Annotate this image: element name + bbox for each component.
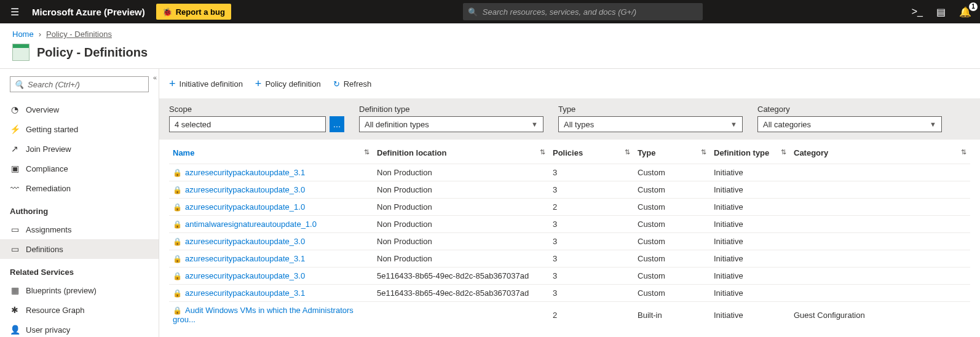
scope-select[interactable]: 4 selected bbox=[169, 116, 326, 132]
col-policies[interactable]: Policies⇅ bbox=[549, 140, 634, 164]
sort-icon: ⇅ bbox=[781, 148, 786, 156]
sidebar-heading-authoring: Authoring bbox=[0, 198, 159, 220]
sort-icon: ⇅ bbox=[364, 148, 369, 156]
breadcrumb-home[interactable]: Home bbox=[12, 30, 34, 39]
cell-category bbox=[790, 216, 970, 233]
related-icon: 👤 bbox=[10, 325, 20, 335]
top-bar: ☰ Microsoft Azure (Preview) 🐞 Report a b… bbox=[0, 0, 980, 23]
breadcrumb-sep: › bbox=[39, 30, 41, 39]
hamburger-icon[interactable]: ☰ bbox=[2, 6, 27, 18]
cell-type: Custom bbox=[634, 250, 710, 268]
sidebar-heading-related: Related Services bbox=[0, 259, 159, 280]
table-row[interactable]: 🔒Audit Windows VMs in which the Administ… bbox=[169, 302, 970, 328]
type-value: All types bbox=[564, 120, 594, 129]
cell-category bbox=[790, 233, 970, 250]
breadcrumb: Home › Policy - Definitions bbox=[0, 23, 980, 44]
sidebar-search-input[interactable]: 🔍 Search (Ctrl+/) bbox=[10, 76, 149, 92]
page-header: Policy - Definitions bbox=[0, 44, 980, 68]
table-row[interactable]: 🔒azuresecuritypackautoupdate_3.15e116433… bbox=[169, 285, 970, 302]
cell-deftype: Initiative bbox=[710, 268, 790, 285]
add-initiative-button[interactable]: + Initiative definition bbox=[169, 77, 243, 90]
cell-type: Custom bbox=[634, 199, 710, 216]
definition-link[interactable]: azuresecuritypackautoupdate_3.1 bbox=[185, 168, 305, 177]
sidebar-item-join-preview[interactable]: ↗Join Preview bbox=[0, 139, 159, 159]
type-select[interactable]: All types ▼ bbox=[558, 116, 743, 132]
refresh-icon: ↻ bbox=[333, 79, 340, 89]
nav-icon: ⚡ bbox=[10, 124, 20, 134]
chevron-down-icon: ▼ bbox=[531, 121, 538, 128]
initiative-icon: 🔒 bbox=[173, 203, 181, 212]
filter-icon[interactable]: ▤ bbox=[936, 6, 946, 18]
cell-policies: 3 bbox=[549, 181, 634, 199]
cell-type: Custom bbox=[634, 216, 710, 233]
definition-link[interactable]: Audit Windows VMs in which the Administr… bbox=[173, 306, 354, 324]
sidebar-item-label: Resource Graph bbox=[26, 306, 84, 315]
collapse-sidebar-icon[interactable]: « bbox=[151, 74, 159, 81]
sidebar-item-label: Assignments bbox=[26, 225, 71, 234]
related-icon: ✱ bbox=[10, 305, 20, 315]
sidebar-item-definitions[interactable]: ▭Definitions bbox=[0, 239, 159, 259]
refresh-button[interactable]: ↻ Refresh bbox=[333, 79, 372, 89]
col-type[interactable]: Type⇅ bbox=[634, 140, 710, 164]
col-location[interactable]: Definition location⇅ bbox=[373, 140, 549, 164]
col-deftype[interactable]: Definition type⇅ bbox=[710, 140, 790, 164]
global-search-input[interactable]: 🔍 Search resources, services, and docs (… bbox=[463, 3, 703, 20]
sidebar-item-blueprints-preview-[interactable]: ▦Blueprints (preview) bbox=[0, 280, 159, 300]
category-select[interactable]: All categories ▼ bbox=[757, 116, 942, 132]
cloud-shell-icon[interactable]: >_ bbox=[912, 6, 923, 17]
col-category[interactable]: Category⇅ bbox=[790, 140, 970, 164]
type-label: Type bbox=[558, 105, 743, 114]
notifications-icon[interactable]: 🔔1 bbox=[959, 6, 971, 18]
sidebar-item-assignments[interactable]: ▭Assignments bbox=[0, 220, 159, 239]
sort-icon: ⇅ bbox=[540, 148, 545, 156]
cell-category bbox=[790, 250, 970, 268]
col-name[interactable]: Name⇅ bbox=[169, 140, 373, 164]
sort-icon: ⇅ bbox=[701, 148, 706, 156]
definition-link[interactable]: antimalwaresignatureautoupdate_1.0 bbox=[185, 220, 317, 229]
scope-picker-button[interactable]: … bbox=[330, 116, 344, 132]
top-icon-group: >_ ▤ 🔔1 bbox=[912, 6, 978, 18]
initiative-icon: 🔒 bbox=[173, 168, 181, 177]
sidebar-item-overview[interactable]: ◔Overview bbox=[0, 100, 159, 119]
filter-bar: Scope 4 selected … Definition type All d… bbox=[159, 98, 980, 140]
nav-icon: ◔ bbox=[10, 105, 20, 114]
cell-policies: 3 bbox=[549, 250, 634, 268]
plus-icon: + bbox=[169, 77, 176, 90]
sidebar-item-getting-started[interactable]: ⚡Getting started bbox=[0, 119, 159, 139]
sort-icon: ⇅ bbox=[961, 148, 966, 156]
cell-deftype: Initiative bbox=[710, 250, 790, 268]
sidebar-item-label: Getting started bbox=[26, 125, 78, 134]
cell-category bbox=[790, 285, 970, 302]
nav-icon: 〰 bbox=[10, 183, 20, 193]
definition-link[interactable]: azuresecuritypackautoupdate_1.0 bbox=[185, 202, 305, 212]
cell-location bbox=[373, 302, 549, 328]
table-row[interactable]: 🔒azuresecuritypackautoupdate_3.0Non Prod… bbox=[169, 181, 970, 199]
initiative-icon: 🔒 bbox=[173, 237, 181, 246]
scope-value: 4 selected bbox=[175, 120, 211, 129]
sidebar-item-user-privacy[interactable]: 👤User privacy bbox=[0, 320, 159, 337]
table-row[interactable]: 🔒antimalwaresignatureautoupdate_1.0Non P… bbox=[169, 216, 970, 233]
sidebar-item-resource-graph[interactable]: ✱Resource Graph bbox=[0, 300, 159, 320]
cell-location: 5e116433-8b65-49ec-8d2c-85ab367037ad bbox=[373, 285, 549, 302]
definition-link[interactable]: azuresecuritypackautoupdate_3.1 bbox=[185, 288, 305, 298]
table-row[interactable]: 🔒azuresecuritypackautoupdate_3.1Non Prod… bbox=[169, 250, 970, 268]
add-policy-button[interactable]: + Policy definition bbox=[255, 77, 321, 90]
definition-link[interactable]: azuresecuritypackautoupdate_3.0 bbox=[185, 185, 305, 194]
sidebar-item-compliance[interactable]: ▣Compliance bbox=[0, 159, 159, 178]
table-row[interactable]: 🔒azuresecuritypackautoupdate_3.05e116433… bbox=[169, 268, 970, 285]
sidebar-item-remediation[interactable]: 〰Remediation bbox=[0, 178, 159, 198]
table-row[interactable]: 🔒azuresecuritypackautoupdate_1.0Non Prod… bbox=[169, 199, 970, 216]
report-bug-button[interactable]: 🐞 Report a bug bbox=[156, 4, 231, 20]
cell-deftype: Initiative bbox=[710, 199, 790, 216]
page-title: Policy - Definitions bbox=[37, 46, 148, 60]
sidebar-item-label: Definitions bbox=[26, 245, 63, 254]
category-label: Category bbox=[757, 105, 942, 114]
definition-link[interactable]: azuresecuritypackautoupdate_3.1 bbox=[185, 254, 305, 263]
cell-policies: 3 bbox=[549, 233, 634, 250]
table-row[interactable]: 🔒azuresecuritypackautoupdate_3.1Non Prod… bbox=[169, 164, 970, 181]
definition-link[interactable]: azuresecuritypackautoupdate_3.0 bbox=[185, 271, 305, 280]
deftype-select[interactable]: All definition types ▼ bbox=[359, 116, 543, 132]
definition-link[interactable]: azuresecuritypackautoupdate_3.0 bbox=[185, 237, 305, 246]
table-row[interactable]: 🔒azuresecuritypackautoupdate_3.0Non Prod… bbox=[169, 233, 970, 250]
cell-category bbox=[790, 268, 970, 285]
